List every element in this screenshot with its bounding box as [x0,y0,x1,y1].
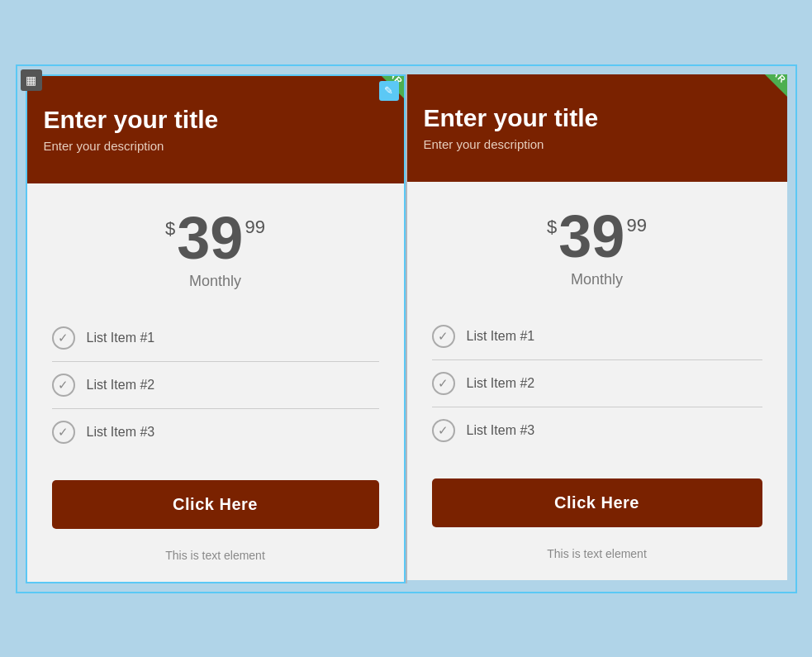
outer-container: ▦ ✎ Enter your title Enter your descript… [16,64,797,593]
pricing-card-2: Enter your title Enter your description … [407,74,787,583]
card-1-footer: This is text element [27,537,404,582]
card-1-title: Enter your title [44,106,219,134]
edit-icon[interactable]: ✎ [379,81,399,101]
card-1-price-section: $ 39 99 Monthly [27,183,404,307]
check-icon-4: ✓ [432,325,455,348]
card-1-dollar: $ [165,218,175,240]
card-2-price-section: $ 39 99 Monthly [407,182,787,305]
card-1-period: Monthly [44,273,387,290]
feature-label-3: List Item #3 [87,425,155,440]
card-2-body: Enter your title Enter your description … [407,74,787,580]
feature-label-5: List Item #2 [467,376,535,391]
card-1-price-display: $ 39 99 [44,208,387,268]
check-icon-5: ✓ [432,372,455,395]
feature-label-2: List Item #2 [87,378,155,393]
list-item: ✓ List Item #1 [432,313,762,360]
card-1-features: ✓ List Item #1 ✓ List Item #2 ✓ List Ite… [27,307,404,464]
card-2-header: Enter your title Enter your description … [407,74,787,182]
card-2-price-display: $ 39 99 [424,207,771,266]
list-item: ✓ List Item #1 [52,315,379,362]
card-2-ribbon: POPULAR [705,74,787,157]
card-1-cta-button[interactable]: Click Here [52,480,379,529]
check-icon-6: ✓ [432,419,455,442]
list-item: ✓ List Item #2 [52,362,379,409]
grid-icon[interactable]: ▦ [21,69,42,91]
card-2-title: Enter your title [424,104,599,132]
feature-label-1: List Item #1 [87,331,155,345]
cards-container: ✎ Enter your title Enter your descriptio… [26,74,787,583]
feature-label-4: List Item #1 [467,329,535,344]
card-1-header: Enter your title Enter your description … [27,76,404,183]
list-item: ✓ List Item #3 [52,409,379,455]
feature-label-6: List Item #3 [467,423,535,438]
card-2-cta-section: Click Here [407,462,787,536]
card-2-features: ✓ List Item #1 ✓ List Item #2 ✓ List Ite… [407,305,787,462]
list-item: ✓ List Item #3 [432,407,762,454]
list-item: ✓ List Item #2 [432,360,762,407]
card-2-cents: 99 [626,215,646,236]
check-icon-2: ✓ [52,374,75,397]
card-2-amount: 39 [558,207,624,266]
check-icon-1: ✓ [52,326,75,350]
card-2-period: Monthly [424,271,771,288]
card-1-cta-section: Click Here [27,464,404,537]
check-icon-3: ✓ [52,421,75,444]
pricing-card-1: ✎ Enter your title Enter your descriptio… [26,74,406,583]
card-1-cents: 99 [245,217,264,238]
card-2-ribbon-text: POPULAR [728,74,786,102]
card-1-amount: 39 [177,208,243,268]
card-2-footer: This is text element [407,536,787,580]
card-2-cta-button[interactable]: Click Here [432,478,762,527]
card-2-description: Enter your description [424,137,544,151]
card-2-dollar: $ [547,217,557,238]
card-1-description: Enter your description [44,139,164,153]
card-1-body: Enter your title Enter your description … [27,76,404,582]
